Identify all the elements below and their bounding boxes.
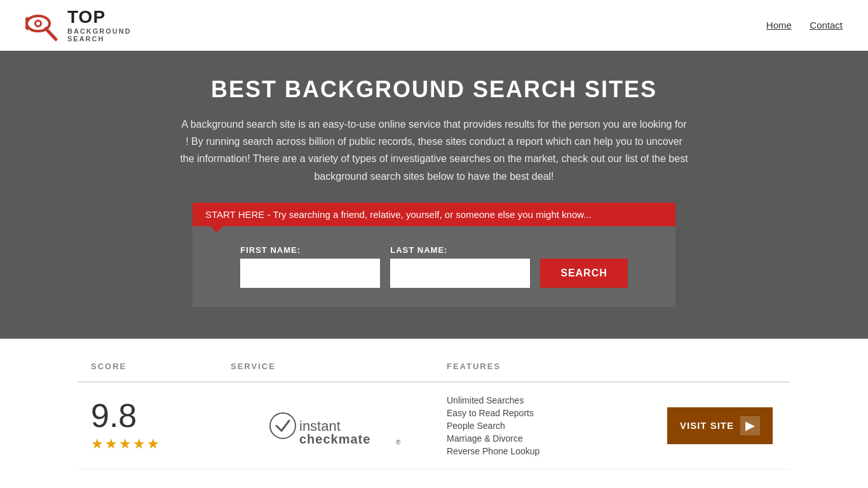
callout-text: START HERE - Try searching a friend, rel…	[205, 209, 592, 220]
feature-1-5: Reverse Phone Lookup	[447, 446, 663, 456]
score-number-1: 9.8	[91, 399, 137, 432]
svg-text:®: ®	[396, 439, 401, 445]
col-score: SCORE	[91, 362, 231, 371]
stars-1: ★ ★ ★ ★ ★	[91, 436, 159, 452]
search-button[interactable]: SEARCH	[540, 259, 628, 288]
hero-section: BEST BACKGROUND SEARCH SITES A backgroun…	[0, 51, 868, 339]
logo-sub-text: BACKGROUNDSEARCH	[67, 27, 132, 43]
search-form: FIRST NAME: LAST NAME: SEARCH	[205, 245, 663, 288]
logo-icon	[25, 8, 64, 43]
svg-line-3	[46, 29, 56, 39]
col-service: SERVICE	[231, 362, 447, 371]
features-cell-1: Unlimited Searches Easy to Read Reports …	[447, 395, 663, 456]
search-form-area: FIRST NAME: LAST NAME: SEARCH	[193, 226, 675, 307]
svg-text:checkmate: checkmate	[299, 432, 370, 445]
logo-top-text: TOP	[67, 8, 132, 27]
last-name-input[interactable]	[390, 259, 530, 288]
visit-label-1: VISIT SITE	[680, 420, 734, 431]
nav-contact[interactable]: Contact	[810, 20, 843, 30]
checkmate-svg: instant checkmate ®	[269, 407, 409, 445]
star-3: ★	[119, 436, 132, 452]
star-4: ★	[133, 436, 146, 452]
star-1: ★	[91, 436, 104, 452]
hero-description: A background search site is an easy-to-u…	[180, 116, 688, 185]
first-name-input[interactable]	[240, 259, 380, 288]
score-cell-2: 9.4 ★ ★ ★ ★ ★	[91, 484, 231, 488]
first-name-group: FIRST NAME:	[240, 245, 380, 288]
feature-1-2: Easy to Read Reports	[447, 408, 663, 418]
feature-1-1: Unlimited Searches	[447, 395, 663, 405]
svg-point-2	[36, 22, 40, 25]
first-name-label: FIRST NAME:	[240, 245, 301, 255]
last-name-label: LAST NAME:	[390, 245, 447, 255]
col-features: FEATURES	[447, 362, 663, 371]
service-logo-1: instant checkmate ®	[231, 407, 447, 445]
results-section: SCORE SERVICE FEATURES 9.8 ★ ★ ★ ★ ★ ins…	[53, 351, 815, 488]
feature-1-3: People Search	[447, 421, 663, 431]
header: TOP BACKGROUNDSEARCH Home Contact	[0, 0, 868, 51]
col-action	[663, 362, 777, 371]
main-nav: Home Contact	[751, 20, 843, 31]
logo: TOP BACKGROUNDSEARCH	[25, 8, 132, 43]
page-title: BEST BACKGROUND SEARCH SITES	[13, 76, 855, 103]
last-name-group: LAST NAME:	[390, 245, 530, 288]
visit-button-1[interactable]: VISIT SITE ▶	[667, 407, 773, 444]
nav-home[interactable]: Home	[766, 20, 792, 30]
table-header: SCORE SERVICE FEATURES	[78, 351, 790, 383]
score-cell-1: 9.8 ★ ★ ★ ★ ★	[91, 399, 231, 452]
logo-text: TOP BACKGROUNDSEARCH	[67, 8, 132, 43]
visit-cell-1: VISIT SITE ▶	[663, 407, 777, 444]
score-number-2: 9.4	[91, 484, 137, 488]
star-2: ★	[105, 436, 118, 452]
table-row-2: 9.4 ★ ★ ★ ★ ★ PeopleLooker Accurate and …	[78, 470, 790, 488]
table-row: 9.8 ★ ★ ★ ★ ★ instant checkmate ®	[78, 383, 790, 470]
callout-bar: START HERE - Try searching a friend, rel…	[193, 203, 675, 226]
star-5: ★	[147, 436, 159, 452]
arrow-right-icon-1: ▶	[740, 416, 760, 435]
feature-1-4: Marriage & Divorce	[447, 433, 663, 444]
svg-point-4	[270, 413, 295, 438]
